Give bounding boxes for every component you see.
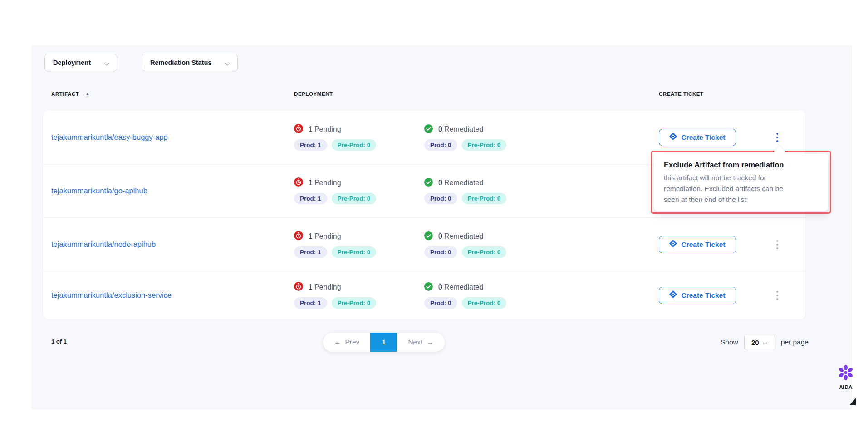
pending-timer-icon xyxy=(294,124,303,135)
remediated-check-icon xyxy=(424,124,433,135)
preprod-badge: Pre-Prod: 0 xyxy=(332,139,377,151)
pending-count: 1 xyxy=(309,125,313,133)
remediation-page: Deployment Remediation Status ARTIFACT ▲… xyxy=(0,0,868,447)
row-menu-kebab-icon[interactable] xyxy=(773,289,782,302)
remediated-count: 0 xyxy=(438,283,442,291)
remediated-label: Remediated xyxy=(444,232,483,240)
remediated-check-icon xyxy=(424,178,433,188)
page-size-control: Show 20 per page xyxy=(721,333,809,352)
exclude-artifact-tooltip: Exclude Artifact from remediation this a… xyxy=(654,154,828,211)
aida-flower-icon xyxy=(837,364,855,383)
preprod-badge: Pre-Prod: 0 xyxy=(332,246,377,258)
prod-badge: Prod: 0 xyxy=(424,246,457,258)
prod-badge: Prod: 0 xyxy=(424,193,457,204)
per-page-label: per page xyxy=(781,338,809,346)
current-page-button[interactable]: 1 xyxy=(370,333,397,352)
page-size-dropdown[interactable]: 20 xyxy=(744,334,775,350)
arrow-right-icon: → xyxy=(427,338,434,346)
row-menu-kebab-icon[interactable] xyxy=(773,131,782,144)
remediated-count: 0 xyxy=(438,232,442,240)
row-menu-kebab-icon[interactable] xyxy=(773,238,782,251)
pending-timer-icon xyxy=(294,177,303,188)
aida-label: AIDA xyxy=(833,384,858,390)
tooltip-body: this artifact will not be tracked for re… xyxy=(664,172,787,206)
pending-timer-icon xyxy=(294,282,303,293)
table-header: ARTIFACT ▲ DEPLOYMENT CREATE TICKET xyxy=(43,91,805,97)
column-header-deployment: DEPLOYMENT xyxy=(294,91,424,97)
remediated-label: Remediated xyxy=(444,125,483,133)
remediated-count: 0 xyxy=(438,125,442,133)
remediated-label: Remediated xyxy=(444,179,483,187)
prod-badge: Prod: 1 xyxy=(294,246,327,258)
artifact-table: tejakummarikuntla/easy-buggy-app 1Pendin… xyxy=(43,111,805,319)
deployment-filter-label: Deployment xyxy=(53,59,91,66)
prod-badge: Prod: 1 xyxy=(294,193,327,204)
preprod-badge: Pre-Prod: 0 xyxy=(462,246,507,258)
table-row: tejakummarikuntla/exclusion-service 1Pen… xyxy=(43,271,805,319)
sort-ascending-icon: ▲ xyxy=(85,92,89,96)
cursor-icon xyxy=(849,398,856,405)
chevron-down-icon xyxy=(763,340,767,344)
diamond-icon xyxy=(669,240,677,249)
preprod-badge: Pre-Prod: 0 xyxy=(462,193,507,204)
remediated-label: Remediated xyxy=(444,283,483,291)
create-ticket-button[interactable]: Create Ticket xyxy=(659,287,736,304)
artifact-link[interactable]: tejakummarikuntla/exclusion-service xyxy=(51,291,172,299)
pagination: ← Prev 1 Next → xyxy=(323,333,445,352)
next-page-button[interactable]: Next → xyxy=(397,333,444,352)
remediation-status-filter-dropdown[interactable]: Remediation Status xyxy=(142,54,238,71)
remediated-check-icon xyxy=(424,282,433,293)
diamond-icon xyxy=(669,133,677,142)
pending-label: Pending xyxy=(314,125,341,133)
prod-badge: Prod: 1 xyxy=(294,297,327,309)
pending-label: Pending xyxy=(314,283,341,291)
pending-timer-icon xyxy=(294,231,303,242)
artifact-link[interactable]: tejakummarikuntla/easy-buggy-app xyxy=(51,133,168,141)
table-row: tejakummarikuntla/node-apihub 1Pending P… xyxy=(43,218,805,271)
column-header-artifact[interactable]: ARTIFACT ▲ xyxy=(43,91,294,97)
column-header-create-ticket: CREATE TICKET xyxy=(659,91,805,97)
create-ticket-button[interactable]: Create Ticket xyxy=(659,129,736,146)
show-label: Show xyxy=(721,338,738,346)
pending-label: Pending xyxy=(314,232,341,240)
artifact-link[interactable]: tejakummarikuntla/node-apihub xyxy=(51,240,156,248)
diamond-icon xyxy=(669,290,677,300)
preprod-badge: Pre-Prod: 0 xyxy=(462,139,507,151)
prod-badge: Prod: 0 xyxy=(424,139,457,151)
remediated-count: 0 xyxy=(438,179,442,187)
annotation-highlight-box: Exclude Artifact from remediation this a… xyxy=(651,151,831,214)
remediated-check-icon xyxy=(424,231,433,242)
page-count-summary: 1 of 1 xyxy=(51,338,67,345)
arrow-left-icon: ← xyxy=(334,338,341,346)
aida-assistant-widget[interactable]: AIDA xyxy=(833,364,858,390)
pending-label: Pending xyxy=(314,179,341,187)
preprod-badge: Pre-Prod: 0 xyxy=(332,297,377,309)
chevron-down-icon xyxy=(104,60,109,65)
pending-count: 1 xyxy=(309,283,313,291)
main-panel: Deployment Remediation Status ARTIFACT ▲… xyxy=(31,45,852,410)
preprod-badge: Pre-Prod: 0 xyxy=(332,193,377,204)
deployment-filter-dropdown[interactable]: Deployment xyxy=(44,54,117,71)
remediation-status-filter-label: Remediation Status xyxy=(150,59,211,66)
chevron-down-icon xyxy=(225,60,230,65)
artifact-link[interactable]: tejakummarikuntla/go-apihub xyxy=(51,187,147,195)
create-ticket-button[interactable]: Create Ticket xyxy=(659,236,736,253)
preprod-badge: Pre-Prod: 0 xyxy=(462,297,507,309)
prev-page-button[interactable]: ← Prev xyxy=(323,333,370,352)
tooltip-title: Exclude Artifact from remediation xyxy=(664,161,818,169)
prod-badge: Prod: 1 xyxy=(294,139,327,151)
pending-count: 1 xyxy=(309,232,313,240)
prod-badge: Prod: 0 xyxy=(424,297,457,309)
pending-count: 1 xyxy=(309,179,313,187)
filter-bar: Deployment Remediation Status xyxy=(44,54,238,71)
